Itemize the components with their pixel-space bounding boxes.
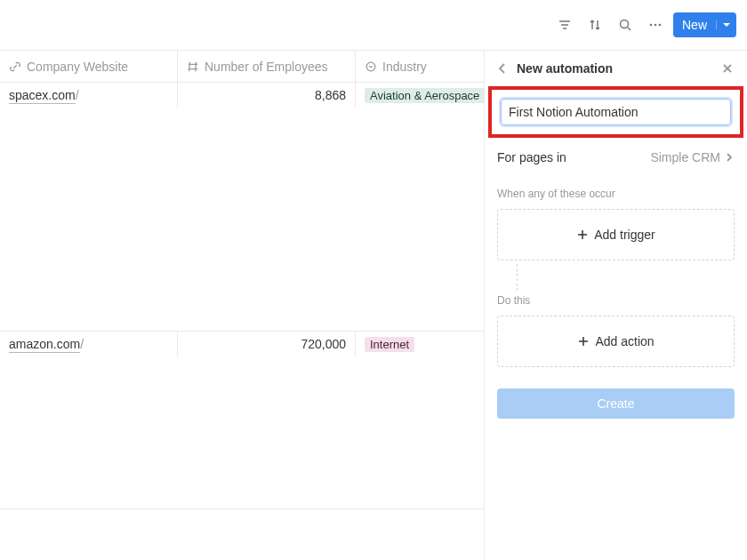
- automation-name-input[interactable]: [501, 99, 731, 125]
- select-icon: [365, 60, 377, 73]
- chevron-right-icon: [724, 152, 735, 163]
- cell-employees[interactable]: 720,000: [178, 332, 356, 356]
- trigger-section-label: When any of these occur: [485, 175, 747, 205]
- column-label: Company Website: [27, 60, 128, 74]
- industry-tag: Internet: [365, 337, 414, 352]
- top-toolbar: New: [0, 0, 747, 50]
- new-button-dropdown[interactable]: [716, 20, 736, 29]
- panel-title: New automation: [517, 61, 613, 76]
- new-button-label: New: [673, 18, 716, 32]
- automation-panel: New automation For pages in Simple CRM W…: [484, 50, 747, 560]
- svg-point-2: [655, 24, 657, 27]
- column-header-employees[interactable]: Number of Employees: [178, 51, 356, 82]
- cell-website[interactable]: spacex.com/: [0, 83, 178, 108]
- sort-icon[interactable]: [582, 12, 607, 37]
- automation-name-highlight: [488, 86, 743, 138]
- close-icon[interactable]: [719, 60, 736, 77]
- column-label: Industry: [382, 60, 427, 74]
- add-trigger-label: Add trigger: [594, 228, 655, 242]
- filter-icon[interactable]: [552, 12, 577, 37]
- employee-count: 720,000: [301, 337, 346, 351]
- for-pages-label: For pages in: [497, 150, 566, 164]
- add-action-button[interactable]: Add action: [497, 316, 735, 367]
- cell-employees[interactable]: 8,868: [178, 83, 356, 108]
- new-button[interactable]: New: [673, 12, 736, 37]
- action-section-label: Do this: [485, 291, 747, 312]
- panel-header: New automation: [485, 51, 747, 86]
- website-link[interactable]: spacex.com: [9, 88, 76, 104]
- back-icon[interactable]: [495, 61, 510, 76]
- flow-connector: [517, 264, 518, 291]
- cell-website[interactable]: amazon.com/: [0, 332, 178, 356]
- url-suffix: /: [80, 337, 84, 351]
- search-icon[interactable]: [613, 12, 638, 37]
- database-name: Simple CRM: [650, 150, 720, 164]
- svg-point-3: [659, 24, 662, 27]
- for-pages-selector[interactable]: For pages in Simple CRM: [485, 143, 747, 175]
- svg-point-0: [620, 20, 628, 28]
- column-header-website[interactable]: Company Website: [0, 51, 178, 82]
- industry-tag: Aviation & Aerospace: [365, 88, 485, 103]
- more-icon[interactable]: [643, 12, 668, 37]
- number-icon: [187, 60, 199, 73]
- add-trigger-button[interactable]: Add trigger: [497, 209, 735, 260]
- website-link[interactable]: amazon.com: [9, 337, 80, 353]
- add-action-label: Add action: [595, 334, 654, 348]
- link-icon: [9, 60, 21, 73]
- column-label: Number of Employees: [205, 60, 328, 74]
- svg-point-1: [650, 24, 653, 27]
- url-suffix: /: [76, 88, 79, 102]
- plus-icon: [576, 228, 589, 241]
- create-button[interactable]: Create: [497, 388, 735, 419]
- plus-icon: [577, 335, 590, 348]
- employee-count: 8,868: [315, 88, 346, 102]
- create-button-label: Create: [597, 396, 634, 411]
